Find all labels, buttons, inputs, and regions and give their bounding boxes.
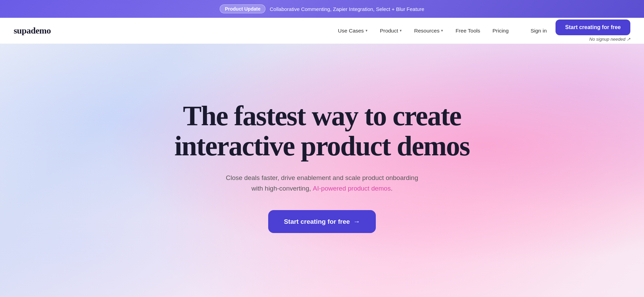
nav-item-use-cases[interactable]: Use Cases ▾ (333, 25, 372, 37)
nav-right-section: Start creating for free No signup needed… (556, 20, 630, 42)
resources-chevron-icon: ▾ (441, 28, 443, 33)
use-cases-chevron-icon: ▾ (366, 28, 368, 33)
hero-subtitle-after: . (391, 185, 393, 192)
announcement-badge: Product Update (220, 4, 265, 13)
signin-link[interactable]: Sign in (524, 25, 553, 37)
no-signup-label: No signup needed ↗ (589, 37, 630, 42)
arrow-icon: → (353, 218, 360, 225)
nav-item-pricing[interactable]: Pricing (488, 25, 513, 37)
nav-item-free-tools[interactable]: Free Tools (451, 25, 485, 37)
navbar: supademo Use Cases ▾ Product ▾ Resources… (0, 18, 644, 44)
nav-cta-button[interactable]: Start creating for free (556, 20, 630, 35)
hero-cta-button[interactable]: Start creating for free → (268, 210, 376, 233)
nav-item-resources[interactable]: Resources ▾ (409, 25, 448, 37)
announcement-bar[interactable]: Product Update Collaborative Commenting,… (0, 0, 644, 18)
hero-subtitle: Close deals faster, drive enablement and… (216, 172, 428, 194)
hero-section: The fastest way to create interactive pr… (0, 44, 644, 297)
announcement-text: Collaborative Commenting, Zapier Integra… (270, 6, 424, 12)
logo[interactable]: supademo (14, 26, 51, 36)
hero-title: The fastest way to create interactive pr… (174, 101, 469, 162)
nav-item-product[interactable]: Product ▾ (375, 25, 407, 37)
hero-subtitle-highlight: AI-powered product demos (313, 185, 391, 192)
hero-content: The fastest way to create interactive pr… (174, 101, 469, 233)
product-chevron-icon: ▾ (400, 28, 402, 33)
hero-cta-label: Start creating for free (284, 218, 350, 225)
nav-links: Use Cases ▾ Product ▾ Resources ▾ Free T… (333, 25, 513, 37)
